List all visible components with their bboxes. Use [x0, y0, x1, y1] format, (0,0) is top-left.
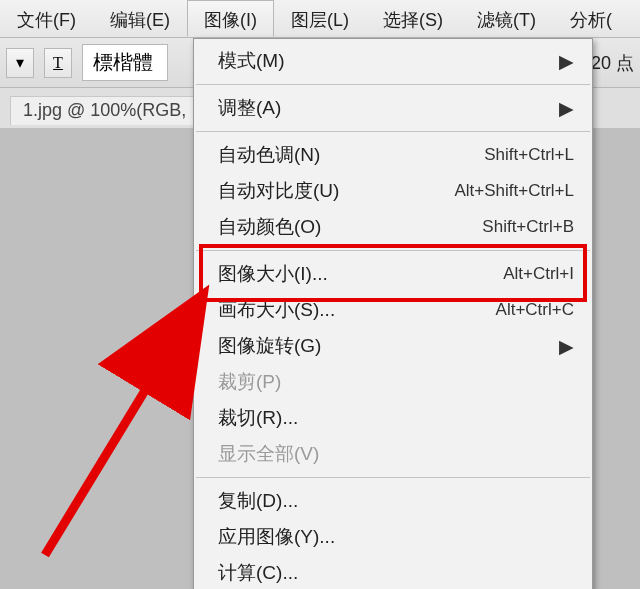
menu-item-label: 显示全部(V)	[218, 441, 574, 467]
menubar-item[interactable]: 滤镜(T)	[460, 0, 553, 37]
menu-item-shortcut: Alt+Ctrl+C	[496, 300, 574, 320]
menu-item[interactable]: 自动色调(N)Shift+Ctrl+L	[194, 137, 592, 173]
menubar-item[interactable]: 分析(	[553, 0, 629, 37]
menu-item[interactable]: 图像旋转(G)▶	[194, 328, 592, 364]
menubar-item[interactable]: 图像(I)	[187, 0, 274, 37]
menu-item-shortcut: Shift+Ctrl+B	[482, 217, 574, 237]
font-size-label: 20 点	[591, 51, 640, 75]
text-tool-button[interactable]: T	[44, 48, 72, 78]
menubar-item[interactable]: 编辑(E)	[93, 0, 187, 37]
menu-item-label: 裁剪(P)	[218, 369, 574, 395]
submenu-arrow-icon: ▶	[559, 335, 574, 358]
menu-item: 显示全部(V)	[194, 436, 592, 472]
menu-item[interactable]: 模式(M)▶	[194, 43, 592, 79]
menu-item[interactable]: 计算(C)...	[194, 555, 592, 589]
menu-item-label: 调整(A)	[218, 95, 559, 121]
menu-item-label: 图像旋转(G)	[218, 333, 559, 359]
menubar: 文件(F)编辑(E)图像(I)图层(L)选择(S)滤镜(T)分析(	[0, 0, 640, 38]
menu-item[interactable]: 图像大小(I)...Alt+Ctrl+I	[194, 256, 592, 292]
menu-item[interactable]: 画布大小(S)...Alt+Ctrl+C	[194, 292, 592, 328]
menu-item-shortcut: Alt+Shift+Ctrl+L	[454, 181, 574, 201]
menu-item[interactable]: 复制(D)...	[194, 483, 592, 519]
menu-item-label: 自动色调(N)	[218, 142, 484, 168]
menu-item-label: 自动对比度(U)	[218, 178, 454, 204]
menu-item[interactable]: 自动颜色(O)Shift+Ctrl+B	[194, 209, 592, 245]
menu-item-label: 图像大小(I)...	[218, 261, 503, 287]
menu-item-label: 画布大小(S)...	[218, 297, 496, 323]
menubar-item[interactable]: 图层(L)	[274, 0, 366, 37]
document-tab[interactable]: 1.jpg @ 100%(RGB,	[10, 96, 199, 125]
menu-item-label: 应用图像(Y)...	[218, 524, 574, 550]
menu-item-shortcut: Alt+Ctrl+I	[503, 264, 574, 284]
menu-item[interactable]: 调整(A)▶	[194, 90, 592, 126]
menu-separator	[196, 131, 590, 132]
menu-item[interactable]: 自动对比度(U)Alt+Shift+Ctrl+L	[194, 173, 592, 209]
tool-dropdown-button[interactable]: ▾	[6, 48, 34, 78]
menubar-item[interactable]: 选择(S)	[366, 0, 460, 37]
menu-item-label: 模式(M)	[218, 48, 559, 74]
menubar-item[interactable]: 文件(F)	[0, 0, 93, 37]
menu-item-label: 复制(D)...	[218, 488, 574, 514]
menu-item: 裁剪(P)	[194, 364, 592, 400]
menu-separator	[196, 477, 590, 478]
menu-item-shortcut: Shift+Ctrl+L	[484, 145, 574, 165]
submenu-arrow-icon: ▶	[559, 97, 574, 120]
menu-item-label: 自动颜色(O)	[218, 214, 482, 240]
font-family-select[interactable]: 標楷體	[82, 44, 168, 81]
image-menu-dropdown: 模式(M)▶调整(A)▶自动色调(N)Shift+Ctrl+L自动对比度(U)A…	[193, 38, 593, 589]
menu-item[interactable]: 裁切(R)...	[194, 400, 592, 436]
menu-item-label: 计算(C)...	[218, 560, 574, 586]
submenu-arrow-icon: ▶	[559, 50, 574, 73]
menu-separator	[196, 250, 590, 251]
menu-separator	[196, 84, 590, 85]
menu-item-label: 裁切(R)...	[218, 405, 574, 431]
menu-item[interactable]: 应用图像(Y)...	[194, 519, 592, 555]
